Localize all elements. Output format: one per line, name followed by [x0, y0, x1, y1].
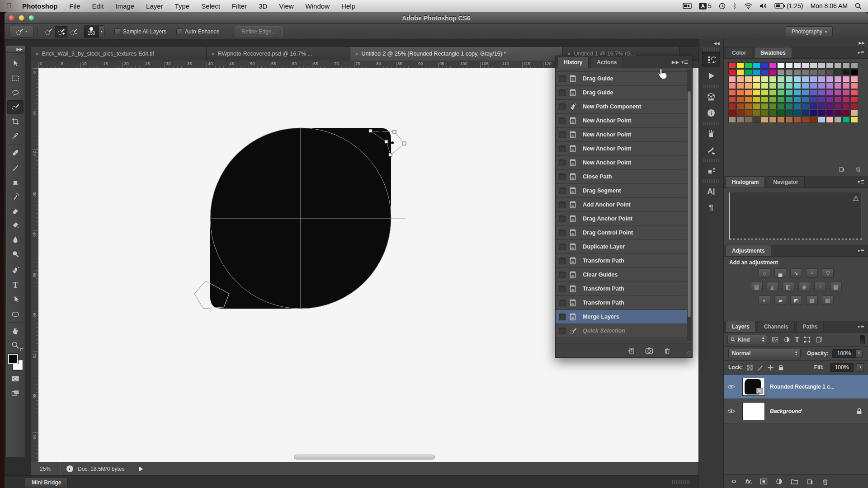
swatch-0-12[interactable] — [826, 62, 834, 69]
swatch-1-12[interactable] — [826, 69, 834, 75]
document-tab-3[interactable]: ×Untitled-2 @ 25% (Rounded Rectangle 1 c… — [350, 47, 563, 61]
swatch-4-11[interactable] — [818, 89, 826, 96]
tab-color[interactable]: Color — [726, 47, 752, 58]
type-filter-icon[interactable]: T — [795, 336, 799, 343]
history-row-duplicate-layer[interactable]: Duplicate Layer — [556, 240, 692, 254]
swatch-4-0[interactable] — [728, 89, 736, 96]
swatch-7-1[interactable] — [736, 110, 744, 116]
opacity-value[interactable]: 100% — [832, 349, 856, 358]
gradient-map-icon[interactable]: ▥ — [822, 296, 834, 305]
history-row-new-anchor-point[interactable]: New Anchor Point — [556, 156, 692, 170]
curves-icon[interactable]: ∿ — [790, 268, 802, 278]
swatch-3-4[interactable] — [761, 83, 769, 89]
swatch-3-15[interactable] — [850, 83, 858, 89]
swatch-6-15[interactable] — [850, 103, 858, 109]
swatch-7-14[interactable] — [842, 110, 850, 116]
swatch-7-3[interactable] — [753, 110, 760, 116]
swatch-4-8[interactable] — [793, 89, 801, 96]
swatch-1-13[interactable] — [834, 69, 842, 75]
black-white-icon[interactable]: ◧ — [783, 282, 794, 291]
swatch-8-3[interactable] — [753, 117, 760, 123]
3d-panel-icon[interactable] — [702, 89, 720, 104]
shape-filter-icon[interactable] — [803, 336, 811, 343]
history-row-new-path-component[interactable]: New Path Component — [556, 100, 692, 114]
trash-icon[interactable] — [854, 166, 862, 173]
menu-view[interactable]: View — [273, 0, 299, 12]
history-source-checkbox[interactable] — [559, 314, 566, 320]
swatch-5-3[interactable] — [753, 96, 760, 103]
paragraph-panel-icon[interactable]: ¶ — [702, 200, 720, 216]
close-tab-icon[interactable]: × — [211, 51, 215, 57]
history-source-checkbox[interactable] — [559, 244, 566, 250]
swatch-3-6[interactable] — [777, 83, 785, 89]
menu-edit[interactable]: Edit — [86, 0, 110, 12]
swatch-4-1[interactable] — [736, 89, 744, 96]
swatch-5-11[interactable] — [818, 96, 826, 103]
swatch-5-2[interactable] — [745, 96, 752, 103]
history-source-checkbox[interactable] — [559, 89, 566, 96]
swatch-6-6[interactable] — [777, 103, 785, 109]
time-machine-icon[interactable] — [719, 3, 726, 9]
filter-kind-dropdown[interactable]: Kind ▴▾ — [727, 335, 767, 344]
history-source-checkbox[interactable] — [559, 160, 566, 166]
new-swatch-icon[interactable] — [838, 166, 845, 173]
bluetooth-icon[interactable]: ᛒ — [733, 2, 737, 10]
swatch-4-10[interactable] — [810, 89, 817, 96]
panel-menu-icon[interactable]: ▶▶ ▾☰ — [672, 60, 689, 65]
auto-enhance-checkbox[interactable]: Auto-Enhance — [176, 28, 219, 35]
swatch-6-5[interactable] — [769, 103, 777, 109]
expand-dock-chevron-icon[interactable]: ◀◀ — [699, 39, 723, 47]
document-info-segment[interactable]: ◐ Doc: 18.5M/0 bytes — [60, 465, 131, 472]
swatch-0-1[interactable] — [736, 62, 744, 69]
swatch-4-9[interactable] — [802, 89, 809, 96]
swatch-4-4[interactable] — [761, 89, 769, 96]
menu-select[interactable]: Select — [195, 0, 226, 12]
exposure-icon[interactable]: ± — [806, 268, 818, 278]
swatch-7-10[interactable] — [810, 110, 817, 116]
history-source-checkbox[interactable] — [559, 174, 566, 180]
adobe-app-badge[interactable]: A5 — [699, 2, 712, 9]
vibrance-icon[interactable]: ▽ — [822, 268, 834, 278]
history-source-checkbox[interactable] — [559, 230, 566, 236]
swatch-5-12[interactable] — [826, 96, 834, 103]
swatch-7-6[interactable] — [777, 110, 785, 116]
swatch-5-1[interactable] — [736, 96, 744, 103]
brush-size-picker[interactable]: 150 ▾ — [84, 25, 104, 38]
brush-presets-icon[interactable] — [702, 126, 720, 141]
eraser-tool[interactable] — [7, 204, 24, 217]
eyedropper-tool[interactable] — [7, 129, 24, 143]
character-panel-icon[interactable]: A| — [702, 184, 720, 199]
type-tool[interactable]: T — [7, 278, 24, 292]
dock-grip[interactable] — [703, 159, 719, 162]
rectangular-marquee-tool[interactable] — [7, 71, 24, 85]
swatch-8-5[interactable] — [769, 117, 777, 123]
swatch-3-13[interactable] — [834, 83, 842, 89]
screen-mode-button[interactable] — [7, 386, 24, 400]
history-row-add-anchor-point[interactable]: Add Anchor Point — [556, 198, 692, 212]
layer-row-2[interactable]: Background — [724, 399, 868, 423]
history-row-transform-path[interactable]: Transform Path — [556, 282, 692, 296]
swatch-5-5[interactable] — [769, 96, 777, 103]
swatch-6-4[interactable] — [761, 103, 769, 109]
layer-thumbnail[interactable] — [743, 378, 764, 395]
swatch-2-6[interactable] — [777, 76, 785, 82]
lock-all-icon[interactable] — [778, 364, 784, 371]
wifi-icon[interactable] — [744, 3, 752, 9]
new-layer-icon[interactable] — [806, 478, 814, 485]
apple-menu-icon[interactable]:  — [0, 0, 16, 12]
history-source-checkbox[interactable] — [559, 286, 566, 292]
swatch-8-13[interactable] — [834, 117, 842, 123]
history-source-checkbox[interactable] — [559, 258, 566, 264]
swatch-5-4[interactable] — [761, 96, 769, 103]
blend-mode-dropdown[interactable]: Normal ▴▾ — [728, 349, 801, 358]
color-lookup-icon[interactable]: ▦ — [830, 282, 842, 291]
warning-triangle-icon[interactable]: ⚠ — [853, 194, 859, 202]
horizontal-scrollbar-thumb[interactable] — [294, 455, 435, 460]
hand-tool[interactable] — [7, 324, 24, 338]
tool-preset-picker[interactable]: ▾ — [9, 26, 33, 38]
snapshot-camera-icon[interactable] — [645, 347, 653, 354]
swatch-2-12[interactable] — [826, 76, 834, 82]
history-row-clear-guides[interactable]: Clear Guides — [556, 268, 692, 282]
tab-adjustments[interactable]: Adjustments — [726, 245, 771, 256]
swatch-7-5[interactable] — [769, 110, 777, 116]
